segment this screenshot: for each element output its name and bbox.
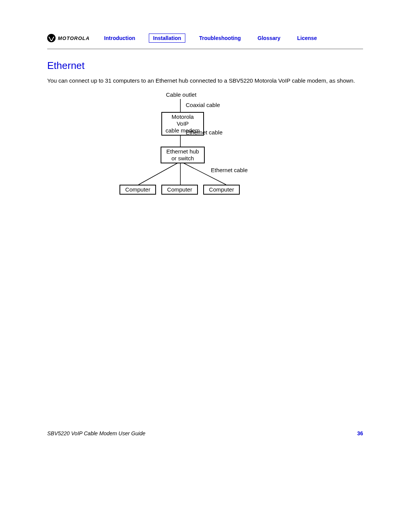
- node-hub-line2: or switch: [164, 155, 201, 162]
- node-computer-1: Computer: [119, 185, 156, 195]
- nav-glossary[interactable]: Glossary: [255, 34, 284, 43]
- page-footer: SBV5220 VoIP Cable Modem User Guide 36: [47, 430, 363, 436]
- brand-logo: MOTOROLA: [47, 34, 90, 42]
- header: MOTOROLA Introduction Installation Troub…: [47, 34, 363, 48]
- label-ethernet-cable-mid: Ethernet cable: [211, 167, 248, 173]
- label-ethernet-cable-top: Ethernet cable: [186, 129, 223, 136]
- label-coaxial-cable: Coaxial cable: [186, 102, 220, 108]
- node-computer-3: Computer: [203, 185, 240, 195]
- ethernet-topology-diagram: Cable outlet Coaxial cable Motorola VoIP…: [116, 91, 314, 202]
- brand-word: MOTOROLA: [58, 35, 90, 41]
- section-heading: Ethernet: [47, 60, 363, 72]
- label-cable-outlet: Cable outlet: [166, 91, 196, 98]
- nav-installation[interactable]: Installation: [149, 34, 185, 43]
- header-divider: [47, 49, 363, 49]
- nav-introduction[interactable]: Introduction: [101, 34, 139, 43]
- section-body: You can connect up to 31 computers to an…: [47, 77, 363, 85]
- nav-troubleshooting[interactable]: Troubleshooting: [196, 34, 244, 43]
- node-hub-line1: Ethernet hub: [164, 148, 201, 155]
- footer-guide-title: SBV5220 VoIP Cable Modem User Guide: [47, 430, 145, 436]
- nav-license[interactable]: License: [294, 34, 320, 43]
- node-hub: Ethernet hub or switch: [161, 147, 205, 163]
- footer-page-number: 36: [357, 430, 363, 436]
- top-nav: Introduction Installation Troubleshootin…: [101, 34, 320, 43]
- node-computer-2: Computer: [161, 185, 198, 195]
- motorola-batwing-icon: [47, 34, 56, 42]
- node-modem-line1: Motorola VoIP: [165, 113, 200, 127]
- svg-line-2: [139, 161, 180, 185]
